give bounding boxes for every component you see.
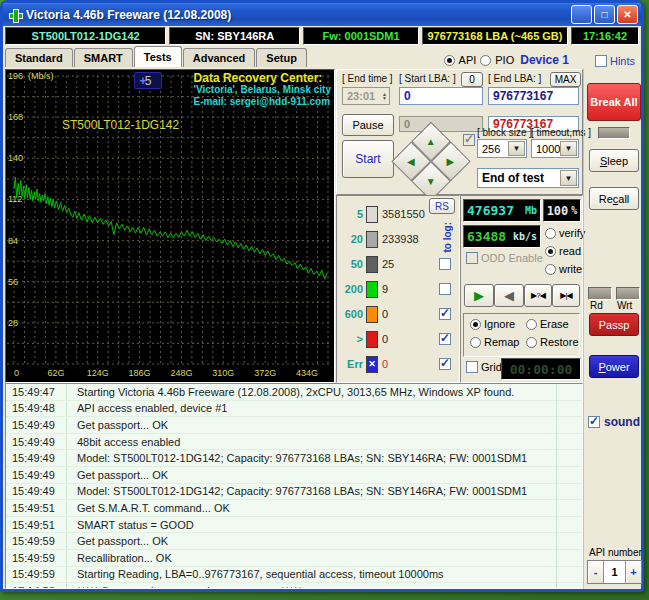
- api-minus-button[interactable]: -: [588, 561, 604, 583]
- sleep-button[interactable]: Sleep: [589, 149, 639, 172]
- close-button[interactable]: ✕: [617, 5, 638, 24]
- drive-firmware: Fw: 0001SDM1: [303, 27, 419, 45]
- counter-color-block: ✕: [366, 356, 378, 373]
- wrt-label: Wrt: [617, 300, 632, 311]
- end-action-combo[interactable]: End of test ▼: [477, 168, 579, 188]
- rd-indicator: [588, 287, 612, 300]
- dropdown-arrow-icon[interactable]: ▼: [508, 141, 525, 156]
- percent-lcd: 100%: [543, 199, 581, 222]
- tab-tests[interactable]: Tests: [134, 46, 182, 67]
- window-title: Victoria 4.46b Freeware (12.08.2008): [26, 8, 569, 22]
- log-message: Model: ST500LT012-1DG142; Capacity: 9767…: [66, 484, 582, 500]
- sound-checkbox[interactable]: [588, 416, 600, 428]
- tab-smart[interactable]: SMART: [74, 48, 133, 67]
- right-arrow-icon: ▶: [447, 156, 455, 167]
- end-time-spinner[interactable]: 23:01 ▲▼: [342, 87, 390, 105]
- read-radio[interactable]: [545, 246, 556, 257]
- pause-button[interactable]: Pause: [342, 114, 394, 136]
- seek-checkbox[interactable]: [463, 134, 475, 146]
- tab-setup[interactable]: Setup: [256, 48, 307, 67]
- svg-text:84: 84: [8, 236, 18, 246]
- event-log[interactable]: 15:49:47Starting Victoria 4.46b Freeware…: [5, 383, 583, 589]
- position-lcd: 476937 Mb: [463, 199, 541, 222]
- api-radio[interactable]: [444, 55, 455, 66]
- tab-advanced[interactable]: Advanced: [183, 48, 256, 67]
- scale-plus-button[interactable]: +: [135, 74, 151, 87]
- spinner-arrows-icon[interactable]: ▲▼: [382, 92, 389, 100]
- log-message: Starting Reading, LBA=0..976773167, sequ…: [66, 567, 582, 583]
- log-message: Model: ST500LT012-1DG142; Capacity: 9767…: [66, 450, 582, 466]
- read-option[interactable]: read: [545, 245, 581, 257]
- remap-radio[interactable]: [470, 337, 481, 348]
- pio-radio[interactable]: [480, 55, 491, 66]
- remap-option[interactable]: Remap: [470, 336, 519, 348]
- skip-button[interactable]: ▶?◀: [524, 284, 552, 307]
- counter-row-Err: Err✕0: [337, 352, 459, 376]
- title-bar[interactable]: Victoria 4.46b Freeware (12.08.2008) _ □…: [3, 3, 641, 26]
- start-button[interactable]: Start: [342, 140, 394, 178]
- log-row: 15:49:49Get passport... OK: [6, 467, 582, 484]
- block-size-combo[interactable]: 256 ▼: [477, 139, 527, 158]
- play-button[interactable]: ▶: [464, 284, 494, 307]
- monitor-panel: 476937 Mb 100% 63488 kb/s verify read wr…: [460, 195, 583, 383]
- step-button[interactable]: ▶|◀: [552, 284, 580, 307]
- break-all-button[interactable]: Break All: [587, 83, 641, 121]
- power-button[interactable]: Power: [589, 355, 639, 378]
- grid-checkbox[interactable]: [466, 361, 478, 373]
- minimize-button[interactable]: _: [571, 5, 592, 24]
- app-icon: [8, 8, 22, 22]
- api-label: API: [459, 54, 477, 66]
- write-radio[interactable]: [545, 264, 556, 275]
- to-log-checkbox[interactable]: [439, 358, 451, 370]
- api-number-label: API number: [589, 547, 642, 558]
- erase-radio[interactable]: [526, 319, 537, 330]
- busy-indicator: [598, 127, 630, 139]
- block-size-label: [ block size ]: [477, 127, 532, 138]
- log-timestamp: 15:49:49: [6, 419, 66, 431]
- maximize-button[interactable]: □: [594, 5, 615, 24]
- log-row: 15:49:51Get S.M.A.R.T. command... OK: [6, 500, 582, 517]
- verify-radio[interactable]: [545, 228, 556, 239]
- log-row: 15:49:47Starting Victoria 4.46b Freeware…: [6, 384, 582, 401]
- restore-option[interactable]: Restore: [526, 336, 579, 348]
- grid-option[interactable]: Grid: [466, 361, 502, 373]
- passp-button[interactable]: Passp: [589, 313, 639, 336]
- to-log-checkbox[interactable]: [439, 258, 451, 270]
- svg-text:372G: 372G: [254, 368, 276, 378]
- tab-standard[interactable]: Standard: [5, 48, 73, 67]
- sound-option[interactable]: sound: [588, 415, 640, 429]
- max-button[interactable]: MAX: [550, 72, 581, 87]
- restore-radio[interactable]: [526, 337, 537, 348]
- counter-label: 600: [337, 308, 363, 320]
- counter-row-5: 53581550: [337, 202, 459, 226]
- log-message: Recallibration... OK: [66, 550, 582, 566]
- ignore-radio[interactable]: [470, 319, 481, 330]
- log-message: API access enabled, device #1: [66, 401, 582, 417]
- zero-button[interactable]: 0: [461, 72, 483, 87]
- dropdown-arrow-icon[interactable]: ▼: [560, 170, 577, 186]
- svg-text:196: 196: [8, 71, 23, 81]
- to-log-checkbox[interactable]: [439, 333, 451, 345]
- hints-checkbox[interactable]: [595, 55, 607, 67]
- log-timestamp: 15:49:47: [6, 386, 66, 398]
- ignore-option[interactable]: Ignore: [470, 318, 515, 330]
- back-button[interactable]: ◀: [494, 284, 524, 307]
- write-option[interactable]: write: [545, 263, 582, 275]
- to-log-checkbox[interactable]: [439, 308, 451, 320]
- device-label: Device 1: [520, 53, 569, 67]
- end-lba-input[interactable]: 976773167: [488, 87, 579, 105]
- timeout-combo[interactable]: 10000 ▼: [531, 139, 579, 158]
- counter-color-block: [366, 281, 378, 298]
- verify-option[interactable]: verify: [545, 227, 585, 239]
- hints-label: Hints: [610, 55, 635, 67]
- speed-graph-svg: 196168140112845628(Mb/s)062G124G186G248G…: [6, 70, 332, 380]
- start-lba-input[interactable]: 0: [399, 87, 483, 105]
- log-message: ***** Scan results: no warnings, no erro…: [66, 583, 582, 589]
- to-log-checkbox[interactable]: [439, 283, 451, 295]
- erase-option[interactable]: Erase: [526, 318, 569, 330]
- api-plus-button[interactable]: +: [625, 561, 641, 583]
- pio-label: PIO: [495, 54, 514, 66]
- dropdown-arrow-icon[interactable]: ▼: [560, 141, 577, 156]
- down-arrow-icon: ▼: [426, 176, 436, 187]
- recall-button[interactable]: Recall: [589, 187, 639, 210]
